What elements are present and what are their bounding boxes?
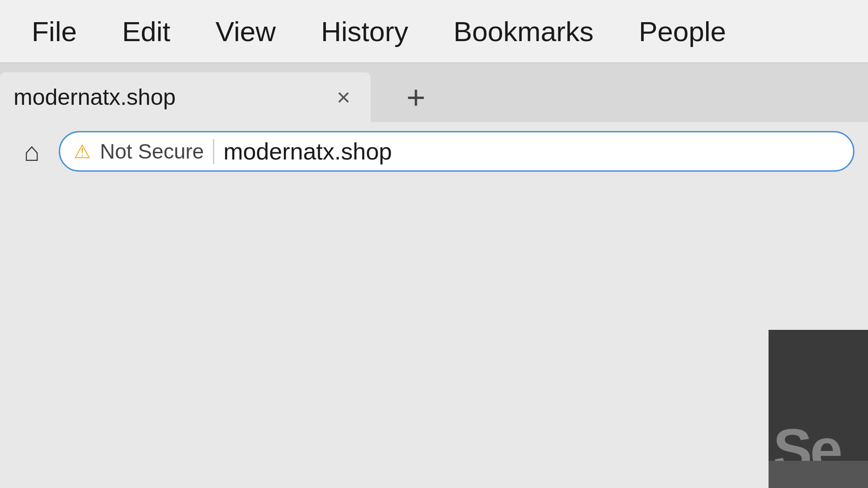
new-tab-button[interactable]: + <box>371 72 461 122</box>
url-text[interactable]: modernatx.shop <box>223 138 840 165</box>
tab-close-button[interactable]: × <box>330 83 357 111</box>
address-divider <box>213 139 214 164</box>
address-bar[interactable]: ⚠ Not Secure modernatx.shop <box>59 131 854 172</box>
menu-item-people[interactable]: People <box>616 11 749 52</box>
content-area: Se <box>0 181 868 488</box>
bottom-right-overlay: Se <box>769 330 868 488</box>
not-secure-warning-icon: ⚠ <box>74 141 91 163</box>
menu-item-edit[interactable]: Edit <box>99 11 193 52</box>
home-icon: ⌂ <box>24 136 39 167</box>
overlay-bottom-bar <box>769 461 868 488</box>
tab-bar: modernatx.shop × + <box>0 63 868 122</box>
menu-bar: File Edit View History Bookmarks People <box>0 0 868 63</box>
menu-item-view[interactable]: View <box>193 11 298 52</box>
new-tab-icon: + <box>406 81 425 113</box>
menu-item-file[interactable]: File <box>9 11 99 52</box>
home-button[interactable]: ⌂ <box>14 133 50 169</box>
active-tab[interactable]: modernatx.shop × <box>0 72 371 122</box>
menu-item-bookmarks[interactable]: Bookmarks <box>431 11 616 52</box>
not-secure-label: Not Secure <box>100 139 204 164</box>
menu-item-history[interactable]: History <box>298 11 431 52</box>
nav-bar: ⌂ ⚠ Not Secure modernatx.shop <box>0 122 868 181</box>
tab-title: modernatx.shop <box>14 84 321 110</box>
